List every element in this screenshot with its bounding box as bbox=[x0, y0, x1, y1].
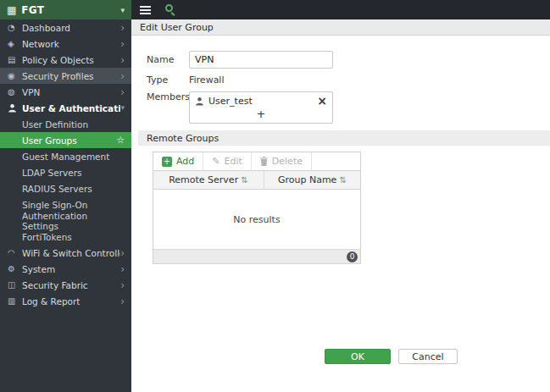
remote-groups-table: + Add ✎ Edit Delete Remote Server⇅ bbox=[153, 152, 361, 264]
name-input[interactable] bbox=[189, 51, 333, 69]
row-count-badge: 0 bbox=[347, 251, 358, 262]
chevron-right-icon: › bbox=[120, 39, 125, 49]
log-icon: ▥ bbox=[8, 296, 22, 306]
chevron-right-icon: › bbox=[120, 71, 125, 81]
cancel-button[interactable]: Cancel bbox=[398, 349, 458, 364]
sidebar-item-user-authentication[interactable]: User & Authentication ▾ bbox=[0, 100, 131, 116]
brand-caret-icon[interactable]: ▾ bbox=[120, 6, 125, 14]
sort-icon: ⇅ bbox=[339, 175, 346, 185]
table-footer: 0 bbox=[153, 249, 360, 263]
sidebar-item-policy-objects[interactable]: ▤ Policy & Objects › bbox=[0, 52, 131, 68]
table-header: Remote Server⇅ Group Name⇅ bbox=[153, 171, 360, 190]
chevron-right-icon: › bbox=[120, 23, 125, 33]
app-window: ▦ FGT ▾ ◔ Dashboard › ◈ Network › ▤ Poli… bbox=[0, 0, 550, 392]
sidebar-nav: ◔ Dashboard › ◈ Network › ▤ Policy & Obj… bbox=[0, 19, 131, 309]
chevron-right-icon: › bbox=[120, 296, 125, 306]
user-icon bbox=[8, 103, 22, 113]
type-label: Type bbox=[147, 75, 189, 86]
shield-icon: ◉ bbox=[8, 71, 22, 80]
members-box: User_test × + bbox=[189, 91, 333, 124]
network-icon: ◈ bbox=[8, 39, 22, 48]
menu-icon[interactable] bbox=[140, 4, 151, 16]
chevron-right-icon: › bbox=[120, 264, 125, 274]
sidebar-item-authentication-settings[interactable]: Authentication Settings bbox=[0, 213, 131, 229]
member-name: User_test bbox=[208, 96, 313, 107]
sidebar-item-network[interactable]: ◈ Network › bbox=[0, 36, 131, 52]
topbar bbox=[131, 0, 550, 19]
name-label: Name bbox=[147, 54, 189, 65]
policy-icon: ▤ bbox=[8, 55, 22, 64]
pencil-icon: ✎ bbox=[212, 156, 219, 167]
column-header-group-name[interactable]: Group Name⇅ bbox=[264, 171, 360, 189]
page-title: Edit User Group bbox=[131, 19, 550, 36]
sidebar: ▦ FGT ▾ ◔ Dashboard › ◈ Network › ▤ Poli… bbox=[0, 0, 131, 392]
vpn-lock-icon: ◍ bbox=[8, 87, 22, 97]
add-button[interactable]: + Add bbox=[153, 152, 203, 170]
user-group-form: Name Type Firewall Members User_test × bbox=[131, 36, 550, 124]
delete-button[interactable]: Delete bbox=[252, 152, 312, 170]
brand-header[interactable]: ▦ FGT ▾ bbox=[0, 0, 131, 19]
edit-button[interactable]: ✎ Edit bbox=[203, 152, 252, 170]
trash-icon bbox=[260, 157, 268, 166]
edit-user-group-panel: Name Type Firewall Members User_test × bbox=[131, 36, 550, 392]
fabric-icon: ◫ bbox=[8, 280, 22, 290]
sidebar-item-security-profiles[interactable]: ◉ Security Profiles › bbox=[0, 68, 131, 84]
members-label: Members bbox=[147, 91, 189, 102]
favorite-star-icon[interactable]: ☆ bbox=[116, 135, 125, 146]
type-value: Firewall bbox=[189, 75, 224, 86]
sidebar-item-fortitokens[interactable]: FortiTokens bbox=[0, 229, 131, 245]
sidebar-item-user-groups[interactable]: User Groups ☆ bbox=[0, 132, 131, 148]
sidebar-item-user-definition[interactable]: User Definition bbox=[0, 116, 131, 132]
sidebar-item-ldap-servers[interactable]: LDAP Servers bbox=[0, 164, 131, 180]
dashboard-icon: ◔ bbox=[8, 23, 22, 32]
table-toolbar: + Add ✎ Edit Delete bbox=[153, 152, 360, 171]
form-actions: OK Cancel bbox=[131, 349, 550, 364]
sidebar-item-system[interactable]: ⚙ System › bbox=[0, 261, 131, 277]
column-header-remote-server[interactable]: Remote Server⇅ bbox=[153, 171, 264, 189]
sidebar-item-security-fabric[interactable]: ◫ Security Fabric › bbox=[0, 277, 131, 293]
chevron-right-icon: › bbox=[120, 87, 125, 97]
plus-icon: + bbox=[162, 157, 172, 167]
main-area: Edit User Group Name Type Firewall Membe… bbox=[131, 0, 550, 392]
gear-icon: ⚙ bbox=[8, 264, 22, 273]
sidebar-item-log-report[interactable]: ▥ Log & Report › bbox=[0, 293, 131, 309]
chevron-down-icon: ▾ bbox=[120, 104, 125, 112]
search-icon[interactable] bbox=[164, 3, 176, 16]
sidebar-item-wifi-switch-controller[interactable]: ◠ WiFi & Switch Controller › bbox=[0, 245, 131, 261]
ok-button[interactable]: OK bbox=[325, 349, 391, 364]
brand-name: FGT bbox=[21, 4, 44, 16]
sidebar-item-guest-management[interactable]: Guest Management bbox=[0, 148, 131, 164]
add-member-button[interactable]: + bbox=[190, 108, 332, 123]
apps-grid-icon: ▦ bbox=[7, 4, 16, 16]
chevron-right-icon: › bbox=[120, 280, 125, 290]
remote-groups-section-title: Remote Groups bbox=[138, 130, 550, 146]
sidebar-item-vpn[interactable]: ◍ VPN › bbox=[0, 84, 131, 100]
member-chip[interactable]: User_test × bbox=[190, 92, 332, 108]
wifi-icon: ◠ bbox=[8, 248, 22, 257]
remove-member-icon[interactable]: × bbox=[317, 95, 327, 107]
sidebar-item-dashboard[interactable]: ◔ Dashboard › bbox=[0, 19, 131, 36]
user-icon bbox=[195, 97, 204, 106]
chevron-right-icon: › bbox=[120, 55, 125, 65]
sort-icon: ⇅ bbox=[241, 175, 247, 185]
chevron-right-icon: › bbox=[120, 248, 125, 258]
empty-results-message: No results bbox=[153, 190, 360, 249]
sidebar-item-radius-servers[interactable]: RADIUS Servers bbox=[0, 180, 131, 196]
